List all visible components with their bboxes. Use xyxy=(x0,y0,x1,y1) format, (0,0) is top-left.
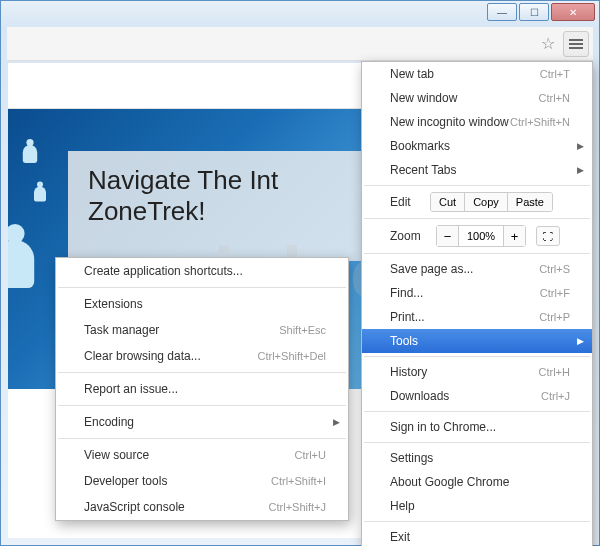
minimize-button[interactable]: — xyxy=(487,3,517,21)
close-button[interactable]: ✕ xyxy=(551,3,595,21)
chrome-menu-button[interactable] xyxy=(563,31,589,57)
menu-history[interactable]: HistoryCtrl+H xyxy=(362,360,592,384)
menu-exit[interactable]: Exit xyxy=(362,525,592,546)
menu-new-tab[interactable]: New tabCtrl+T xyxy=(362,62,592,86)
submenu-view-source[interactable]: View sourceCtrl+U xyxy=(56,442,348,468)
submenu-js-console[interactable]: JavaScript consoleCtrl+Shift+J xyxy=(56,494,348,520)
submenu-clear-data[interactable]: Clear browsing data...Ctrl+Shift+Del xyxy=(56,343,348,369)
paste-button[interactable]: Paste xyxy=(508,193,552,211)
menu-help[interactable]: Help xyxy=(362,494,592,518)
submenu-create-shortcuts[interactable]: Create application shortcuts... xyxy=(56,258,348,284)
fullscreen-button[interactable]: ⛶ xyxy=(536,226,560,246)
browser-toolbar: ☆ xyxy=(7,27,593,61)
window-titlebar: — ☐ ✕ xyxy=(1,1,599,27)
menu-downloads[interactable]: DownloadsCtrl+J xyxy=(362,384,592,408)
submenu-report-issue[interactable]: Report an issue... xyxy=(56,376,348,402)
cut-button[interactable]: Cut xyxy=(431,193,465,211)
chevron-right-icon: ▶ xyxy=(333,417,340,427)
chevron-right-icon: ▶ xyxy=(577,141,584,151)
menu-bookmarks[interactable]: Bookmarks▶ xyxy=(362,134,592,158)
menu-signin[interactable]: Sign in to Chrome... xyxy=(362,415,592,439)
menu-new-window[interactable]: New windowCtrl+N xyxy=(362,86,592,110)
zoom-out-button[interactable]: − xyxy=(437,226,459,246)
menu-find[interactable]: Find...Ctrl+F xyxy=(362,281,592,305)
tools-submenu: Create application shortcuts... Extensio… xyxy=(55,257,349,521)
menu-tools[interactable]: Tools▶ xyxy=(362,329,592,353)
submenu-extensions[interactable]: Extensions xyxy=(56,291,348,317)
edit-label: Edit xyxy=(390,195,430,209)
menu-settings[interactable]: Settings xyxy=(362,446,592,470)
menu-about[interactable]: About Google Chrome xyxy=(362,470,592,494)
zoom-in-button[interactable]: + xyxy=(503,226,525,246)
submenu-encoding[interactable]: Encoding▶ xyxy=(56,409,348,435)
copy-button[interactable]: Copy xyxy=(465,193,508,211)
zoom-value: 100% xyxy=(459,230,503,242)
menu-new-incognito[interactable]: New incognito windowCtrl+Shift+N xyxy=(362,110,592,134)
menu-recent-tabs[interactable]: Recent Tabs▶ xyxy=(362,158,592,182)
people-graphic xyxy=(8,119,58,379)
menu-zoom-row: Zoom − 100% + ⛶ xyxy=(362,222,592,250)
menu-edit-row: Edit Cut Copy Paste xyxy=(362,189,592,215)
chevron-right-icon: ▶ xyxy=(577,336,584,346)
browser-window: — ☐ ✕ ☆ Support Navigate The Int ZoneTre… xyxy=(0,0,600,546)
menu-print[interactable]: Print...Ctrl+P xyxy=(362,305,592,329)
menu-save-page[interactable]: Save page as...Ctrl+S xyxy=(362,257,592,281)
maximize-button[interactable]: ☐ xyxy=(519,3,549,21)
submenu-task-manager[interactable]: Task managerShift+Esc xyxy=(56,317,348,343)
submenu-dev-tools[interactable]: Developer toolsCtrl+Shift+I xyxy=(56,468,348,494)
bookmark-star-icon[interactable]: ☆ xyxy=(537,33,559,55)
chrome-main-menu: New tabCtrl+T New windowCtrl+N New incog… xyxy=(361,61,593,546)
zoom-label: Zoom xyxy=(390,229,430,243)
hamburger-icon xyxy=(569,39,583,49)
chevron-right-icon: ▶ xyxy=(577,165,584,175)
